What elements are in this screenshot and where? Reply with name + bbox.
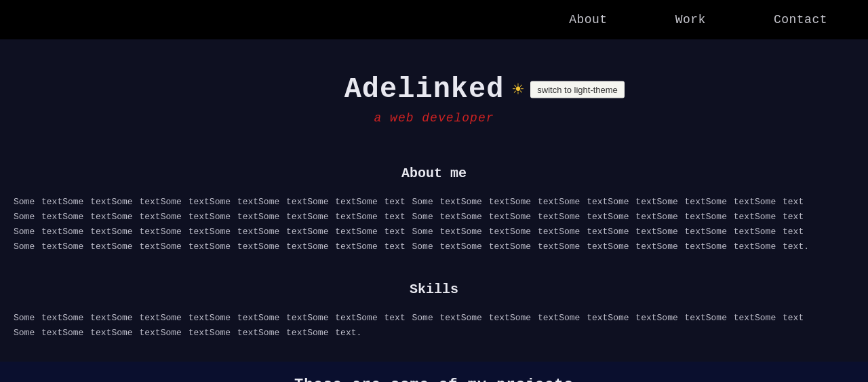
projects-title: These are some of my projects bbox=[294, 377, 574, 382]
nav-about[interactable]: About bbox=[569, 13, 608, 26]
hero-title-row: Adelinked ☀ switch to light-theme bbox=[344, 73, 524, 106]
skills-line1: Some textSome textSome textSome textSome… bbox=[14, 313, 804, 323]
skills-section: Skills Some textSome textSome textSome t… bbox=[0, 275, 868, 361]
about-line3: Some textSome textSome textSome textSome… bbox=[14, 227, 804, 237]
about-text: Some textSome textSome textSome textSome… bbox=[14, 195, 854, 254]
hero-subtitle: a web developer bbox=[374, 111, 494, 125]
about-line1: Some textSome textSome textSome textSome… bbox=[14, 197, 804, 207]
skills-title: Skills bbox=[14, 282, 854, 297]
skills-line2: Some textSome textSome textSome textSome… bbox=[14, 328, 361, 338]
site-title: Adelinked bbox=[344, 73, 505, 106]
projects-footer: These are some of my projects Activer Wi… bbox=[0, 362, 868, 382]
nav-contact[interactable]: Contact bbox=[774, 13, 827, 26]
about-title: About me bbox=[14, 166, 854, 181]
theme-tooltip: switch to light-theme bbox=[530, 81, 625, 98]
theme-toggle-icon[interactable]: ☀ bbox=[512, 78, 524, 101]
about-section: About me Some textSome textSome textSome… bbox=[0, 138, 868, 275]
about-line2: Some textSome textSome textSome textSome… bbox=[14, 212, 804, 222]
about-line4: Some textSome textSome textSome textSome… bbox=[14, 242, 809, 252]
skills-text: Some textSome textSome textSome textSome… bbox=[14, 311, 854, 341]
navbar: About Work Contact bbox=[0, 0, 868, 39]
hero-section: Adelinked ☀ switch to light-theme a web … bbox=[0, 39, 868, 138]
nav-work[interactable]: Work bbox=[675, 13, 706, 26]
